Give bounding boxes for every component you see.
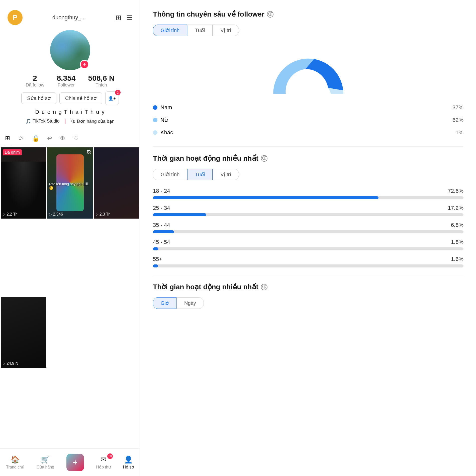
active-time-info-icon[interactable]: ⓘ bbox=[261, 155, 267, 162]
video-grid: Đã ghim ▷ 2,2 Tr 🖼 rate tên mng hay gọi … bbox=[0, 147, 140, 446]
video-views-3: ▷ 2,3 Tr bbox=[96, 212, 110, 217]
video-views-1: ▷ 2,2 Tr bbox=[3, 212, 17, 217]
follower-section-title: Thông tin chuyên sâu về follower ⓘ bbox=[153, 10, 463, 18]
video-item-3[interactable]: ▷ 2,3 Tr bbox=[94, 147, 139, 219]
action-buttons: Sửa hồ sơ Chia sẻ hồ sơ 👤+ 2 bbox=[21, 91, 119, 105]
activity-pill-tuoi[interactable]: Tuổi bbox=[187, 169, 213, 180]
video-label-1: Đã ghim bbox=[3, 149, 22, 155]
bookmark-button[interactable]: ⊞ bbox=[116, 14, 121, 22]
active-time-title-1: Thời gian hoạt động nhiều nhất ⓘ bbox=[153, 154, 463, 162]
video-views-4: ▷ 24,9 N bbox=[3, 361, 18, 366]
hidden-icon: 👁 bbox=[60, 135, 66, 142]
filter-tab-grid[interactable]: ⊞ bbox=[5, 132, 11, 145]
filter-tab-lock[interactable]: 🔒 bbox=[32, 132, 40, 145]
legend-nam: Nam 37% bbox=[153, 101, 463, 114]
nav-create[interactable]: + bbox=[66, 454, 84, 471]
top-right-icons: ⊞ ☰ bbox=[116, 14, 133, 22]
bar-fill-5 bbox=[153, 264, 158, 267]
plus-icon: + bbox=[73, 458, 78, 467]
khac-label: Khác bbox=[160, 129, 173, 136]
follower-label: Follower bbox=[57, 82, 75, 88]
video-thumb-4 bbox=[1, 297, 46, 368]
photo-icon: 🖼 bbox=[86, 149, 91, 155]
views-text-3: 2,3 Tr bbox=[100, 212, 110, 217]
left-panel: P duongthuy_... ⊞ ☰ + 2 Đã follow 8.3 bbox=[0, 0, 140, 476]
share-profile-button[interactable]: Chia sẻ hồ sơ bbox=[59, 92, 102, 104]
filter-tab-repost[interactable]: ↩ bbox=[47, 132, 52, 145]
nam-dot bbox=[153, 105, 157, 110]
female-segment bbox=[273, 59, 314, 94]
video-item-1[interactable]: Đã ghim ▷ 2,2 Tr bbox=[1, 147, 46, 219]
stat-follower[interactable]: 8.354 Follower bbox=[57, 74, 75, 88]
activity-pill-vi-tri[interactable]: Vị trí bbox=[213, 169, 239, 180]
orders-link[interactable]: 🛍 Đơn hàng của bạn bbox=[71, 119, 115, 124]
bar-track-4 bbox=[153, 247, 463, 250]
age-range-5: 55+ bbox=[153, 256, 162, 262]
liked-icon: ♡ bbox=[73, 135, 79, 142]
nu-dot bbox=[153, 118, 157, 122]
menu-button[interactable]: ☰ bbox=[126, 14, 133, 22]
nav-home[interactable]: 🏠 Trang chủ bbox=[6, 455, 24, 469]
create-button[interactable]: + bbox=[66, 454, 84, 471]
bar-track-1 bbox=[153, 196, 463, 199]
activity-pill-ngay[interactable]: Ngày bbox=[176, 297, 204, 309]
avatar-add-button[interactable]: + bbox=[80, 60, 89, 69]
pill-gioi-tinh[interactable]: Giới tính bbox=[153, 25, 187, 36]
top-username: duongthuy_... bbox=[52, 14, 86, 21]
age-range-4: 45 - 54 bbox=[153, 239, 170, 245]
age-pct-3: 6.8% bbox=[451, 222, 463, 228]
links-row: 🎵 TikTok Studio | 🛍 Đơn hàng của bạn bbox=[26, 118, 115, 124]
top-bar: P duongthuy_... ⊞ ☰ bbox=[0, 0, 140, 28]
video-item-4[interactable]: ▷ 24,9 N bbox=[1, 297, 46, 368]
divider-2 bbox=[153, 275, 463, 275]
orders-icon: 🛍 bbox=[71, 119, 75, 124]
edit-profile-button[interactable]: Sửa hồ sơ bbox=[21, 92, 56, 104]
grid-icon: ⊞ bbox=[5, 135, 10, 142]
khac-value: 1% bbox=[455, 129, 463, 136]
inbox-label: Hộp thư bbox=[96, 465, 111, 469]
bar-fill-3 bbox=[153, 230, 174, 233]
age-pct-4: 1.8% bbox=[451, 239, 463, 245]
stats-row: 2 Đã follow 8.354 Follower 508,6 N Thích bbox=[26, 74, 114, 88]
pill-tuoi[interactable]: Tuổi bbox=[187, 25, 213, 36]
active-time-info-icon-2[interactable]: ⓘ bbox=[261, 284, 267, 290]
age-row-18-24: 18 - 24 72.6% bbox=[153, 188, 463, 199]
add-friend-button[interactable]: 👤+ 2 bbox=[105, 91, 119, 105]
filter-tab-liked[interactable]: ♡ bbox=[73, 132, 79, 145]
donut-chart bbox=[268, 44, 348, 94]
nav-inbox[interactable]: ✉ 18 Hộp thư bbox=[96, 455, 111, 469]
menu-icon: ☰ bbox=[126, 14, 133, 22]
video-item-2[interactable]: 🖼 rate tên mng hay gọi tuiiii 🙂 ▷ 2.546 bbox=[47, 147, 93, 219]
play-icon-3: ▷ bbox=[96, 212, 99, 216]
follower-info-icon[interactable]: ⓘ bbox=[267, 11, 273, 18]
hair-silhouette bbox=[1, 162, 46, 219]
thich-number: 508,6 N bbox=[88, 74, 115, 82]
profile-nav-icon: 👤 bbox=[124, 455, 133, 464]
age-range-2: 25 - 34 bbox=[153, 205, 170, 211]
pill-vi-tri[interactable]: Vị trí bbox=[213, 25, 239, 36]
male-segment bbox=[305, 59, 343, 90]
link-divider: | bbox=[65, 118, 66, 124]
nu-value: 62% bbox=[452, 117, 463, 123]
nu-label: Nữ bbox=[160, 117, 168, 123]
bar-fill-4 bbox=[153, 247, 158, 250]
activity-pill-gio[interactable]: Giờ bbox=[153, 297, 176, 309]
tiktok-studio-link[interactable]: 🎵 TikTok Studio bbox=[26, 119, 59, 124]
activity-pill-gioi-tinh[interactable]: Giới tính bbox=[153, 169, 187, 180]
bar-track-3 bbox=[153, 230, 463, 233]
filter-tab-shop[interactable]: 🛍 bbox=[19, 132, 25, 145]
stat-da-follow[interactable]: 2 Đã follow bbox=[26, 74, 44, 88]
legend-container: Nam 37% Nữ 62% Khác 1% bbox=[153, 101, 463, 139]
play-icon-1: ▷ bbox=[3, 212, 6, 216]
nav-shop[interactable]: 🛒 Cửa hàng bbox=[37, 455, 54, 469]
stat-thich[interactable]: 508,6 N Thích bbox=[88, 74, 115, 88]
filter-tabs: ⊞ 🛍 🔒 ↩ 👁 ♡ bbox=[0, 132, 140, 145]
activity-tabs-2: Giờ Ngày bbox=[153, 297, 463, 309]
age-row-55plus: 55+ 1.6% bbox=[153, 256, 463, 267]
play-icon-2: ▷ bbox=[49, 212, 52, 216]
nav-profile[interactable]: 👤 Hồ sơ bbox=[123, 455, 134, 469]
home-icon: 🏠 bbox=[11, 455, 20, 464]
bar-fill-2 bbox=[153, 213, 206, 216]
tiktok-studio-label: TikTok Studio bbox=[33, 119, 59, 124]
filter-tab-hidden[interactable]: 👁 bbox=[60, 132, 66, 145]
